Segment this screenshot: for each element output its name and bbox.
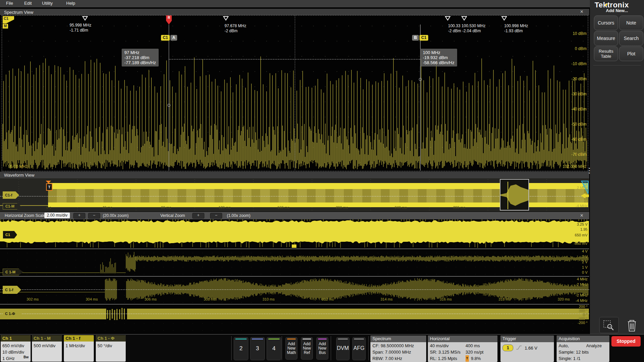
overview-badge-c1m[interactable]: C1-M (3, 203, 21, 210)
zoomed-waveform-overlay: C13.25 V1.95650 mV-650 mVC 1-M4 V3 V2 V1… (0, 219, 589, 334)
button-dvm[interactable]: DVM (336, 337, 350, 361)
zoom-select-button[interactable] (599, 317, 619, 333)
overview-zoom-box[interactable] (500, 179, 529, 211)
overview-badge-c1f[interactable]: C1-f (3, 191, 19, 199)
c1f-time-label: 310 ms (261, 297, 276, 301)
spectrum-view-close-icon[interactable]: × (580, 9, 583, 14)
channel-badge-2[interactable]: Ch 1 - M500 mV/div (32, 335, 62, 362)
channel-badge-1[interactable]: Ch 1650 mV/div10 dBm/div1 GHzBw (1, 335, 31, 362)
overview-time-label: 80 ms (159, 206, 173, 210)
c1phi-scale-label: -200 ° (561, 321, 588, 325)
c1m-scale-label: 4 V (561, 249, 588, 253)
button-4[interactable]: 4 (266, 337, 282, 361)
button-label: 4 (267, 345, 281, 352)
button-color-stripe (268, 338, 280, 340)
h-sr: SR: 3.125 MS/s (430, 350, 460, 355)
menu-edit[interactable]: Edit (24, 1, 32, 6)
spectrum-view-title: Spectrum View (4, 10, 33, 15)
acquisition-panel[interactable]: Acquisition Auto,Analyze Sample: 12 bits… (557, 335, 609, 362)
overview-trigger-arrow (46, 181, 51, 183)
zoomed-traces (0, 219, 589, 334)
zoom-bar-close-icon[interactable]: × (580, 213, 583, 218)
button-color-stripe (303, 338, 311, 340)
trigger-source-badge: 1 (502, 345, 513, 351)
hzoom-plus-button[interactable]: + (73, 213, 85, 219)
trigger-level: 1.66 V (525, 345, 537, 351)
horizontal-panel[interactable]: Horizontal 40 ms/div400 ms SR: 3.125 MS/… (428, 335, 497, 362)
channel-badge-4[interactable]: Ch 1 - Φ50 °/div (96, 335, 126, 362)
channel-setting-line: 500 mV/div (34, 343, 62, 349)
button-color-stripe (318, 338, 327, 340)
menu-bar: FileEditUtilityHelp (0, 0, 644, 7)
spectrum-settings-panel[interactable]: Spectrum CF: 98.5000000 MHz Span: 7.0000… (370, 335, 426, 362)
hzoom-minus-button[interactable]: − (88, 213, 100, 219)
c1-scale-label: 3.25 V (561, 222, 588, 226)
h-scale: 40 ms/div (430, 343, 449, 348)
sidebar-button-search[interactable]: Search (619, 31, 643, 46)
button-label-line: Bus (316, 351, 328, 355)
button-afg[interactable]: AFG (352, 337, 366, 361)
acq-single: Single: 1 /1 (559, 355, 607, 362)
overview-time-label: 120 ms (217, 206, 232, 210)
c1-scale-label: 650 mV (561, 233, 588, 237)
c1f-time-label: 302 ms (25, 297, 40, 301)
button-add-new-math[interactable]: AddNewMath (285, 337, 298, 360)
overview-overlay: C1-fC1-MT0 s40 ms80 ms120 ms160 ms200 ms… (0, 178, 589, 212)
c1phi-scale-label: -100 ° (561, 317, 588, 321)
sidebar-button-cursors[interactable]: Cursors (594, 15, 618, 30)
acq-mode: Auto, (559, 343, 569, 348)
c1phi-scale-label: 0 ° (561, 313, 588, 317)
button-label-line: Math (285, 351, 297, 355)
trigger-slope-icon (516, 345, 522, 350)
menu-utility[interactable]: Utility (42, 1, 53, 6)
c1m-scale-label: 2 V (561, 260, 588, 264)
button-color-stripe (287, 338, 296, 340)
acquisition-panel-title: Acquisition (557, 335, 609, 342)
vzoom-minus-button[interactable]: − (210, 213, 222, 219)
button-label-line: Ref (301, 351, 313, 355)
sidebar-divider (593, 65, 641, 65)
overview-time-label: 160 ms (276, 206, 291, 210)
trigger-pos-icon: T (466, 355, 469, 362)
trigger-panel-title: Trigger (500, 335, 554, 342)
c1phi-scale-label: 200 ° (561, 305, 588, 309)
c1f-time-label: 320 ms (556, 297, 571, 301)
overview-time-label: 40 ms (100, 206, 115, 210)
sidebar-button-note[interactable]: Note (619, 15, 643, 30)
vzoom-label: Vertical Zoom (160, 213, 185, 218)
button-label: DVM (336, 345, 350, 351)
spectrum-center-gridline (295, 15, 295, 170)
sidebar-button-measure[interactable]: Measure (594, 31, 618, 46)
vzoom-plus-button[interactable]: + (192, 213, 204, 219)
overview-zoom-indicator-icon[interactable] (581, 180, 589, 194)
button-3[interactable]: 3 (250, 337, 265, 361)
channel-name: Ch 1 - f (64, 335, 94, 342)
channel-setting-line: 50 °/div (97, 343, 126, 349)
c1f-time-label: 308 ms (202, 297, 217, 301)
button-label: 3 (250, 345, 265, 352)
menu-help[interactable]: Help (66, 1, 75, 6)
overview-ref-arrow-tail (586, 194, 589, 197)
button-label: 2 (234, 345, 248, 352)
button-add-new-ref[interactable]: AddNewRef (300, 337, 313, 360)
splitter-handle[interactable]: ••• (589, 167, 590, 174)
button-2[interactable]: 2 (233, 337, 249, 361)
vzoom-factor: (1.00x zoom) (227, 213, 250, 218)
trash-icon[interactable] (625, 318, 639, 332)
menu-file[interactable]: File (6, 1, 13, 6)
overview-right-label: -4 MHz (558, 204, 588, 208)
c1f-time-label: 318 ms (497, 297, 512, 301)
channel-badge-3[interactable]: Ch 1 - f1 MHz/div (64, 335, 94, 362)
button-add-new-bus[interactable]: AddNewBus (316, 337, 329, 360)
hzoom-scale-value[interactable]: 2.00 ms/div (44, 213, 70, 218)
zoom-scale-bar: Horizontal Zoom Scale 2.00 ms/div + − (2… (0, 212, 589, 219)
c1m-scale-label: 3 V (561, 255, 588, 259)
overview-trigger-marker[interactable]: T (46, 183, 52, 191)
sidebar-button-results-table[interactable]: Results Table (594, 46, 618, 61)
sidebar-button-plot[interactable]: Plot (619, 46, 643, 61)
bandwidth-icon: Bw (24, 355, 29, 359)
c1-scale-label: 1.95 (561, 227, 588, 231)
trigger-panel[interactable]: Trigger 1 1.66 V (500, 335, 554, 362)
channel-setting-line: 10 dBm/div (2, 349, 31, 355)
channel-name: Ch 1 - Φ (96, 335, 126, 342)
